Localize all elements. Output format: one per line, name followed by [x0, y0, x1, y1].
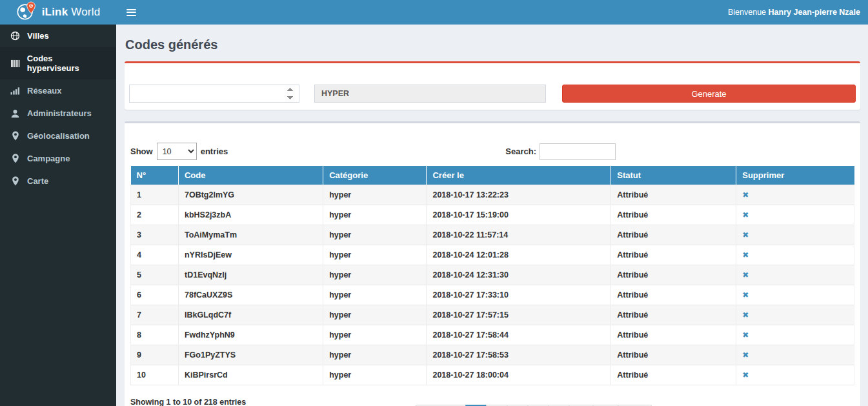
code-cell: FGo1PyZTYS — [178, 345, 323, 365]
delete-icon[interactable]: ✖ — [742, 330, 749, 340]
sidebar-item-carte[interactable]: Carte — [0, 170, 116, 192]
brand-logo[interactable]: $ iLink World — [0, 0, 116, 25]
show-label: Show — [130, 147, 153, 156]
map-marker-icon — [10, 176, 21, 186]
table-row: 7IBkGLqdC7fhyper2018-10-27 17:57:15Attri… — [131, 305, 854, 325]
category-cell: hyper — [323, 245, 427, 265]
sidebar-item-administrateurs[interactable]: Administrateurs — [0, 102, 116, 125]
page-title: Codes générés — [125, 37, 860, 52]
sidebar-item-campagne[interactable]: Campagne — [0, 147, 116, 170]
status-cell: Attribué — [611, 285, 736, 305]
delete-cell: ✖ — [736, 205, 854, 225]
sidebar-item-codes-hyperviseurs[interactable]: Codes hyperviseurs — [0, 47, 116, 79]
sidebar-item-villes[interactable]: Villes — [0, 25, 116, 47]
row-number: 5 — [131, 265, 179, 285]
delete-cell: ✖ — [736, 325, 854, 345]
status-cell: Attribué — [611, 205, 736, 225]
delete-cell: ✖ — [736, 225, 854, 245]
created-cell: 2018-10-27 17:58:44 — [427, 325, 611, 345]
code-cell: kbHS2j3zbA — [178, 205, 323, 225]
status-cell: Attribué — [611, 325, 736, 345]
created-cell: 2018-10-22 11:57:14 — [427, 225, 611, 245]
delete-cell: ✖ — [736, 185, 854, 205]
table-header-row: N°CodeCatégorieCréer leStatutSupprimer — [131, 166, 854, 185]
category-cell: hyper — [323, 285, 427, 305]
code-cell: 78fCaUXZ9S — [178, 285, 323, 305]
column-header-categorie: Catégorie — [323, 166, 427, 185]
table-row: 9FGo1PyZTYShyper2018-10-27 17:58:53Attri… — [131, 345, 854, 365]
sidebar: VillesCodes hyperviseursRéseauxAdministr… — [0, 25, 116, 406]
sidebar-item-geolocalisation[interactable]: Géolocalisation — [0, 125, 116, 147]
created-cell: 2018-10-24 12:01:28 — [427, 245, 611, 265]
code-cell: FwdhzYphN9 — [178, 325, 323, 345]
code-cell: KiBPirsrCd — [178, 365, 323, 385]
code-cell: tD1EvqNzIj — [178, 265, 323, 285]
delete-cell: ✖ — [736, 345, 854, 365]
row-number: 10 — [131, 365, 179, 385]
barcode-icon — [10, 59, 21, 68]
delete-icon[interactable]: ✖ — [742, 370, 749, 380]
table-row: 2kbHS2j3zbAhyper2018-10-17 15:19:00Attri… — [131, 205, 854, 225]
column-header-statut: Statut — [611, 166, 736, 185]
map-marker-icon — [10, 131, 21, 141]
created-cell: 2018-10-24 12:31:30 — [427, 265, 611, 285]
sidebar-item-label: Réseaux — [27, 86, 61, 96]
category-cell: hyper — [323, 265, 427, 285]
map-marker-icon — [10, 154, 21, 163]
category-input — [314, 85, 546, 103]
row-number: 3 — [131, 225, 179, 245]
table-row: 10KiBPirsrCdhyper2018-10-27 18:00:04Attr… — [131, 365, 854, 385]
status-cell: Attribué — [611, 185, 736, 205]
created-cell: 2018-10-27 17:58:53 — [427, 345, 611, 365]
row-number: 6 — [131, 285, 179, 305]
status-cell: Attribué — [611, 245, 736, 265]
delete-cell: ✖ — [736, 245, 854, 265]
delete-cell: ✖ — [736, 365, 854, 385]
code-cell: ToAiMymaTm — [178, 225, 323, 245]
sidebar-toggle-button[interactable] — [116, 0, 146, 25]
delete-icon[interactable]: ✖ — [742, 250, 749, 259]
category-cell: hyper — [323, 325, 427, 345]
created-cell: 2018-10-17 15:19:00 — [427, 205, 611, 225]
created-cell: 2018-10-27 17:57:15 — [427, 305, 611, 325]
delete-icon[interactable]: ✖ — [742, 230, 749, 239]
row-number: 2 — [131, 205, 179, 225]
delete-icon[interactable]: ✖ — [742, 210, 749, 219]
generate-button[interactable]: Generate — [562, 85, 856, 103]
row-number: 8 — [131, 325, 179, 345]
table-row: 8FwdhzYphN9hyper2018-10-27 17:58:44Attri… — [131, 325, 854, 345]
delete-icon[interactable]: ✖ — [742, 290, 749, 299]
generate-panel: Generate — [125, 61, 860, 110]
category-cell: hyper — [323, 185, 427, 205]
table-row: 3ToAiMymaTmhyper2018-10-22 11:57:14Attri… — [131, 225, 854, 245]
quantity-input[interactable] — [129, 85, 299, 103]
brand-title: iLink World — [42, 6, 101, 19]
page-length-select[interactable]: 10 — [157, 143, 197, 160]
sidebar-item-label: Géolocalisation — [27, 131, 90, 141]
category-cell: hyper — [323, 225, 427, 245]
delete-icon[interactable]: ✖ — [742, 270, 749, 279]
codes-table-panel: Show 10 entries Search: N°CodeCatégorieC… — [125, 121, 860, 406]
created-cell: 2018-10-27 18:00:04 — [427, 365, 611, 385]
delete-cell: ✖ — [736, 305, 854, 325]
delete-icon[interactable]: ✖ — [742, 310, 749, 320]
sidebar-item-reseaux[interactable]: Réseaux — [0, 79, 116, 102]
user-name: Hanry Jean-pierre Nzale — [769, 8, 860, 17]
column-header-supprimer: Supprimer — [736, 166, 854, 185]
column-header-code: Code — [178, 166, 323, 185]
search-label: Search: — [505, 147, 536, 156]
delete-icon[interactable]: ✖ — [742, 190, 749, 199]
code-cell: nYRIsDjEew — [178, 245, 323, 265]
category-cell: hyper — [323, 205, 427, 225]
category-cell: hyper — [323, 365, 427, 385]
row-number: 7 — [131, 305, 179, 325]
delete-icon[interactable]: ✖ — [742, 350, 749, 360]
search-input[interactable] — [540, 143, 616, 160]
sidebar-item-label: Campagne — [27, 154, 70, 163]
category-cell: hyper — [323, 345, 427, 365]
sidebar-item-label: Carte — [27, 176, 48, 186]
sidebar-item-label: Codes hyperviseurs — [27, 54, 106, 73]
table-row: 17OBtg2lmYGhyper2018-10-17 13:22:23Attri… — [131, 185, 854, 205]
row-number: 1 — [131, 185, 179, 205]
table-footer: Showing 1 to 10 of 218 entries Previous1… — [130, 396, 854, 406]
